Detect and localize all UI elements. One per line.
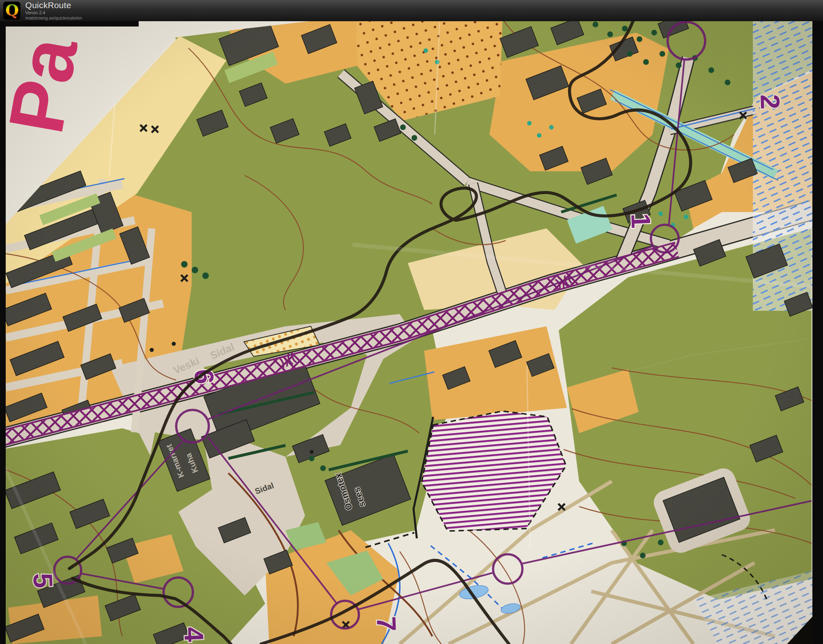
quickroute-window: { "app": { "title": "QuickRoute", "versi…	[0, 0, 823, 644]
app-title: QuickRoute	[25, 1, 82, 10]
title-bar: Q QuickRoute Versio 2.4 matstroeng.se/qu…	[0, 0, 823, 21]
logo-letter: Q	[5, 2, 19, 19]
photo-frame	[0, 0, 823, 644]
quickroute-logo-icon: Q	[3, 2, 20, 20]
app-url: matstroeng.se/quickroute/en	[25, 16, 82, 21]
app-version: Versio 2.4	[25, 11, 82, 15]
map-canvas[interactable]: Pa	[0, 0, 823, 644]
map-viewport[interactable]: Pa	[0, 0, 823, 644]
